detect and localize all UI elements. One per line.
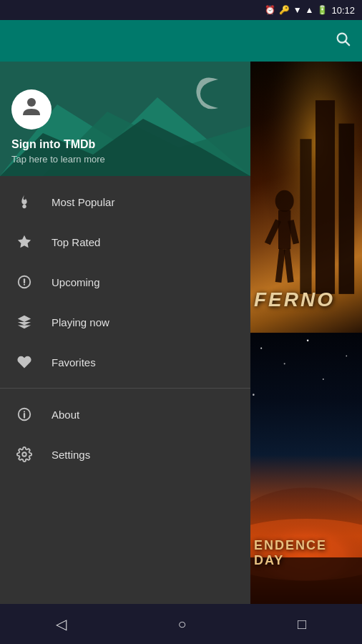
status-bar: ⏰ 🔑 ▼ ▲ 🔋 10:12 [0, 0, 362, 20]
key-icon: 🔑 [279, 5, 290, 15]
nav-item-about[interactable]: About [0, 394, 250, 434]
settings-label: Settings [52, 449, 90, 461]
svg-rect-17 [300, 139, 311, 294]
poster-inferno[interactable]: FERNO [250, 62, 362, 333]
sign-in-subtitle: Tap here to learn more [11, 154, 105, 165]
svg-point-24 [260, 348, 262, 349]
status-icons: ⏰ 🔑 ▼ ▲ 🔋 10:12 [265, 5, 355, 16]
home-button[interactable]: ○ [163, 610, 200, 638]
drawer-header-content: Sign into TMDb Tap here to learn more [0, 78, 117, 176]
svg-point-28 [323, 379, 324, 380]
heart-icon [14, 352, 34, 372]
nav-divider [0, 388, 250, 389]
back-button[interactable]: ◁ [41, 610, 81, 638]
moon-graphic [186, 72, 229, 115]
favorites-label: Favorites [52, 356, 96, 369]
svg-point-9 [24, 284, 25, 286]
nav-item-top-rated[interactable]: Top Rated [0, 222, 250, 262]
nav-items: Most Popular Top Rated [0, 176, 250, 604]
navigation-drawer: Sign into TMDb Tap here to learn more Mo… [0, 62, 250, 604]
nav-item-playing-now[interactable]: Playing now [0, 302, 250, 342]
avatar [11, 89, 52, 130]
playing-now-label: Playing now [52, 316, 109, 328]
svg-point-29 [253, 394, 255, 396]
poster-inferno-title: FERNO [254, 288, 335, 311]
most-popular-label: Most Popular [52, 196, 114, 208]
top-rated-label: Top Rated [52, 236, 100, 248]
status-time: 10:12 [331, 5, 355, 16]
user-icon [19, 94, 44, 126]
about-label: About [52, 409, 79, 421]
svg-rect-19 [278, 210, 290, 249]
svg-point-25 [307, 340, 309, 342]
nav-item-most-popular[interactable]: Most Popular [0, 182, 250, 222]
svg-line-23 [287, 249, 290, 283]
star-icon [14, 232, 34, 252]
app-header [0, 20, 362, 62]
signal-icon: ▲ [305, 5, 314, 15]
svg-marker-6 [18, 235, 31, 248]
svg-point-12 [24, 411, 25, 412]
main-content: Sign into TMDb Tap here to learn more Mo… [0, 62, 362, 604]
fire-icon [14, 192, 34, 212]
alarm-icon: ⏰ [265, 5, 275, 15]
search-button[interactable] [335, 31, 351, 51]
poster-area: FERNO [250, 62, 362, 604]
drawer-header[interactable]: Sign into TMDb Tap here to learn more [0, 62, 250, 176]
svg-line-22 [278, 249, 282, 283]
upcoming-label: Upcoming [52, 276, 100, 288]
svg-point-13 [22, 452, 26, 457]
poster-independence-day[interactable]: ENDENCE DAY [250, 333, 362, 604]
svg-point-27 [284, 363, 285, 364]
svg-point-26 [346, 356, 347, 357]
recent-apps-button[interactable]: □ [283, 610, 321, 638]
wifi-icon: ▼ [293, 5, 302, 15]
nav-item-upcoming[interactable]: Upcoming [0, 262, 250, 302]
upcoming-icon [14, 272, 34, 292]
poster-independence-day-title: ENDENCE DAY [254, 538, 362, 568]
nav-item-favorites[interactable]: Favorites [0, 342, 250, 382]
svg-point-18 [275, 190, 294, 212]
info-icon [14, 404, 34, 424]
gear-icon [14, 444, 34, 464]
sign-in-title[interactable]: Sign into TMDb [11, 138, 105, 151]
playing-now-icon [14, 312, 34, 332]
bottom-nav-bar: ◁ ○ □ [0, 604, 362, 644]
svg-point-5 [27, 98, 36, 107]
svg-line-1 [346, 42, 349, 45]
battery-icon: 🔋 [317, 5, 328, 15]
svg-rect-16 [338, 124, 354, 294]
nav-item-settings[interactable]: Settings [0, 434, 250, 474]
svg-rect-15 [315, 100, 335, 294]
